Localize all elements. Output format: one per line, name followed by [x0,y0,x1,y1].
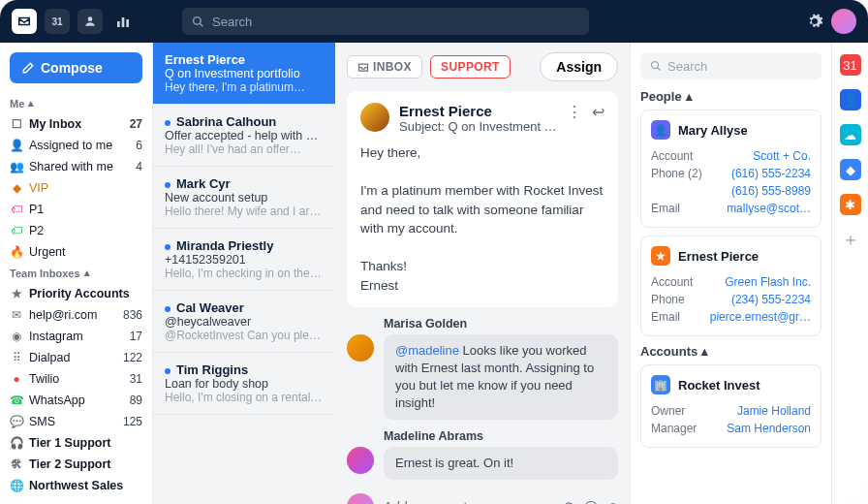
conv-name: Tim Riggins [165,362,324,377]
globe-icon: 🌐 [10,479,23,492]
contacts-app-icon[interactable]: 👤 [840,89,861,110]
sidebar-item-tier2[interactable]: 🛠Tier 2 Support [0,454,152,475]
reader-pane: INBOX SUPPORT Assign Ernest Pierce Subje… [335,43,630,504]
sidebar-item-shared[interactable]: 👥Shared with me4 [0,156,152,177]
conv-preview: Hello there! My wife and I are… [165,205,324,218]
more-icon[interactable]: ⋮ [567,103,582,121]
person-icon: 👤 [651,120,670,140]
section-people[interactable]: People▴ [640,89,822,104]
section-accounts[interactable]: Accounts▴ [640,344,822,359]
compose-button[interactable]: Compose [10,52,142,83]
panel-search[interactable]: Search [640,52,822,79]
sidebar-item-tier1[interactable]: 🎧Tier 1 Support [0,432,152,454]
sidebar-item-twilio[interactable]: ●Twilio31 [0,368,152,390]
dialpad-icon: ⠿ [10,351,23,364]
mention-icon[interactable]: @ [583,498,598,504]
conv-name: Miranda Priestly [165,238,324,253]
sidebar-item-vip[interactable]: ◆VIP [0,177,152,199]
mention[interactable]: @madeline [395,343,459,358]
people-icon: 👥 [10,160,23,173]
sidebar-item-priority[interactable]: ★Priority Accounts [0,283,152,304]
hubspot-icon[interactable]: ✱ [840,194,861,215]
sidebar-item-instagram[interactable]: ◉Instagram17 [0,326,152,347]
people-card[interactable]: ★Ernest Pierce AccountGreen Flash Inc. P… [640,236,822,336]
conv-name: Mark Cyr [165,176,324,191]
comment-bubble: Ernest is great. On it! [384,447,618,480]
comment-input[interactable] [384,499,553,504]
reply-icon[interactable]: ↩ [592,103,604,121]
topbar: 31 Search [0,0,868,43]
conv-subject: Q on Investment portfolio [165,67,324,80]
sidebar-item-myinbox[interactable]: ☐My Inbox27 [0,113,152,135]
conversation-item[interactable]: Ernest Pierce Q on Investment portfolio … [153,43,335,105]
svg-point-5 [652,62,659,69]
right-panel: Search People▴ 👤Mary Allyse AccountScott… [630,43,831,504]
assign-button[interactable]: Assign [540,52,618,81]
svg-point-4 [194,16,202,24]
emoji-icon[interactable]: ☺ [605,498,620,504]
inbox-chip[interactable]: INBOX [347,55,422,79]
commenter-avatar [347,334,374,362]
account-name: Rocket Invest [678,378,760,393]
tools-icon: 🛠 [10,457,23,471]
search-placeholder: Search [212,15,252,29]
topbar-search[interactable]: Search [182,8,589,35]
mail-icon: ✉ [10,308,23,322]
account-card[interactable]: 🏢Rocket Invest OwnerJamie Holland Manage… [640,364,822,448]
sidebar-item-p2[interactable]: 🏷P2 [0,220,152,241]
my-avatar [347,493,374,504]
conversation-item[interactable]: Sabrina Calhoun Offer accepted - help wi… [153,105,335,167]
support-chip[interactable]: SUPPORT [430,55,511,79]
person-icon: 👤 [10,139,23,152]
commenter-avatar [347,447,374,474]
people-card[interactable]: 👤Mary Allyse AccountScott + Co. Phone (2… [640,110,822,228]
user-avatar[interactable] [831,9,856,34]
sidebar-item-sms[interactable]: 💬SMS125 [0,411,152,432]
person-name: Ernest Pierce [678,249,759,264]
comment: Marisa Golden @madeline Looks like you w… [347,317,618,421]
sidebar-header-me[interactable]: Me ▴ [0,93,152,113]
app-rail: 31 👤 ☁ ◆ ✱ ＋ [831,43,868,504]
calendar-icon[interactable]: 31 [45,9,70,34]
thread-subject: Subject: Q on Investment port… [399,119,557,134]
sidebar-item-urgent[interactable]: 🔥Urgent [0,241,152,263]
tray-icon [357,61,369,73]
headset-icon: 🎧 [10,436,23,450]
email-card: Ernest Pierce Subject: Q on Investment p… [347,91,618,307]
conv-preview: Hey there, I'm a platinum… [165,80,324,94]
analytics-icon[interactable] [110,9,136,34]
conv-preview: Hey all! I've had an offer… [165,142,324,156]
sidebar-item-p1[interactable]: 🏷P1 [0,199,152,220]
add-app-icon[interactable]: ＋ [840,229,861,250]
whatsapp-icon: ☎ [10,394,23,407]
tag-icon: 🏷 [10,224,23,237]
conv-name: Cal Weaver [165,300,324,315]
inbox-icon[interactable] [12,9,37,34]
salesforce-icon[interactable]: ☁ [840,124,861,145]
fire-icon: 🔥 [10,245,23,259]
sidebar-header-team[interactable]: Team Inboxes ▴ [0,263,152,283]
gear-icon[interactable] [806,13,823,30]
comment: Madeline Abrams Ernest is great. On it! [347,429,618,480]
conversation-item[interactable]: Mark Cyr New account setup Hello there! … [153,167,335,229]
sidebar-item-nwsales[interactable]: 🌐Northwest Sales [0,475,152,496]
sidebar: Compose Me ▴ ☐My Inbox27 👤Assigned to me… [0,43,153,504]
contacts-icon[interactable] [78,9,103,34]
conv-subject: @heycalweaver [165,315,324,329]
gcal-icon[interactable]: 31 [840,54,861,76]
svg-rect-2 [122,17,125,27]
sidebar-item-assigned[interactable]: 👤Assigned to me6 [0,135,152,156]
conversation-item[interactable]: Cal Weaver @heycalweaver @RocketInvest C… [153,291,335,353]
sidebar-item-help[interactable]: ✉help@ri.com836 [0,304,152,326]
conversation-item[interactable]: Miranda Priestly +14152359201 Hello, I'm… [153,229,335,291]
sidebar-item-dialpad[interactable]: ⠿Dialpad122 [0,347,152,368]
star-icon: ★ [10,287,23,300]
tag-icon: 🏷 [10,203,23,216]
add-icon[interactable]: ⊕ [563,498,575,504]
conversation-item[interactable]: Tim Riggins Loan for body shop Hello, I'… [153,353,335,415]
conv-preview: Hello, I'm closing on a rental… [165,391,324,404]
jira-icon[interactable]: ◆ [840,159,861,180]
tray-icon: ☐ [10,117,23,131]
sidebar-item-whatsapp[interactable]: ☎WhatsApp89 [0,390,152,411]
comment-sender: Madeline Abrams [384,429,618,443]
